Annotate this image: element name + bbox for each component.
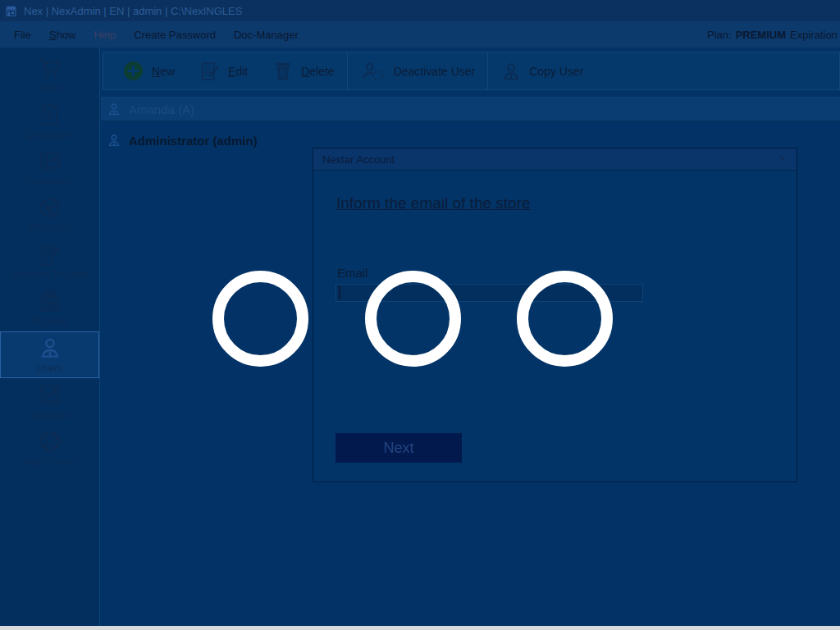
deactivate-user-button-label: Deactivate User [394, 65, 476, 78]
help-center-icon [38, 429, 62, 454]
menu-item-label: Create Password [134, 29, 216, 41]
sidebar-item-label: Customers [25, 176, 73, 187]
customers-icon [38, 148, 62, 173]
user-row-name: Administrator (admin) [129, 134, 258, 148]
bottom-edge-strip [0, 626, 840, 630]
titlebar: Nex | NexAdmin | EN | admin | C:\NexINGL… [0, 0, 840, 21]
next-button[interactable]: Next [336, 433, 462, 463]
products-icon [38, 195, 62, 220]
copy-user-button[interactable]: Copy User [488, 52, 596, 89]
menu-item-label: Help [94, 29, 116, 41]
delete-button[interactable]: Delete [260, 52, 346, 89]
close-icon[interactable] [778, 153, 789, 165]
plan-info: Plan: PREMIUM Expiration 0 [707, 21, 840, 48]
menu-item-label: Doc-Manager [234, 29, 299, 41]
sidebar-item-quotations[interactable]: Quotations [0, 98, 99, 144]
sales-icon [38, 55, 62, 80]
sidebar-item-sales[interactable]: Sales [0, 51, 99, 98]
users-icon [38, 336, 62, 360]
sidebar: SalesQuotationsCustomersProducts$Account… [0, 48, 100, 626]
statistics-icon [38, 382, 62, 407]
sidebar-item-users[interactable]: Users [0, 331, 99, 378]
deactivate-user-button[interactable]: Deactivate User [348, 52, 488, 89]
menu-item-label: File [14, 29, 31, 41]
copy-user-button-label: Copy User [529, 65, 583, 78]
new-button-label: New [152, 65, 175, 78]
menubar: FileShowHelpCreate PasswordDoc-Manager P… [0, 21, 840, 48]
user-row-name: Amanda (A) [129, 103, 194, 116]
user-icon [107, 102, 121, 116]
menu-item-show[interactable]: Show [40, 25, 85, 45]
sidebar-item-label: Quotations [25, 129, 73, 140]
menu-item-create-password[interactable]: Create Password [125, 25, 225, 45]
delete-button-label: Delete [301, 65, 334, 78]
menu-item-doc-manager[interactable]: Doc-Manager [225, 25, 308, 45]
dialog-titlebar: Nextar Account [313, 148, 797, 171]
loading-ring [517, 271, 613, 367]
edit-button-label: Edit [228, 65, 248, 78]
sidebar-item-customers[interactable]: Customers [0, 144, 99, 191]
plan-value: PREMIUM [736, 29, 786, 41]
sidebar-item-products[interactable]: Products [0, 191, 99, 238]
email-label: Email [337, 266, 368, 280]
menu-item-label: Show [49, 29, 76, 41]
register-icon [38, 289, 62, 313]
sidebar-item-label: Register [31, 316, 68, 327]
sidebar-item-label: Help Center [23, 456, 75, 468]
svg-text:$: $ [53, 246, 57, 253]
dialog-heading: Inform the email of the store [336, 194, 531, 212]
plus-circle-icon [122, 60, 144, 82]
loading-ring [212, 271, 308, 367]
edit-icon [199, 61, 221, 82]
user-icon [500, 61, 522, 82]
new-button[interactable]: New [110, 52, 187, 89]
sidebar-item-label: Sales [37, 82, 62, 94]
menu-item-file[interactable]: File [5, 25, 40, 45]
quotations-icon [38, 102, 62, 126]
sidebar-item-label: Statistics [30, 409, 69, 421]
plan-label: Plan: [707, 29, 732, 41]
sidebar-item-label: Users [37, 363, 62, 374]
sidebar-item-label: Accounts Payable [10, 269, 89, 281]
sidebar-item-label: Products [30, 222, 69, 234]
dialog-title: Nextar Account [322, 153, 395, 166]
user-icon [107, 133, 121, 148]
user-row[interactable]: Amanda (A) [101, 97, 840, 121]
edit-button[interactable]: Edit [187, 52, 260, 89]
toolbar: NewEditDeleteDeactivate UserCopy User [103, 52, 840, 90]
app-window: Nex | NexAdmin | EN | admin | C:\NexINGL… [0, 0, 840, 630]
store-icon [4, 4, 18, 18]
plan-expiration: Expiration 0 [790, 29, 840, 41]
sidebar-item-register[interactable]: Register [0, 285, 99, 331]
deactivate-user-icon [360, 61, 386, 82]
loading-ring [365, 271, 461, 367]
sidebar-item-accounts-payable[interactable]: $Accounts Payable [0, 238, 99, 285]
accounts-payable-icon: $ [38, 242, 62, 267]
window-title: Nex | NexAdmin | EN | admin | C:\NexINGL… [24, 5, 242, 17]
text-caret [339, 286, 340, 299]
trash-icon [272, 61, 294, 82]
menu-item-help[interactable]: Help [84, 25, 125, 45]
sidebar-item-statistics[interactable]: Statistics [0, 378, 99, 425]
sidebar-item-help-center[interactable]: Help Center [0, 425, 99, 472]
